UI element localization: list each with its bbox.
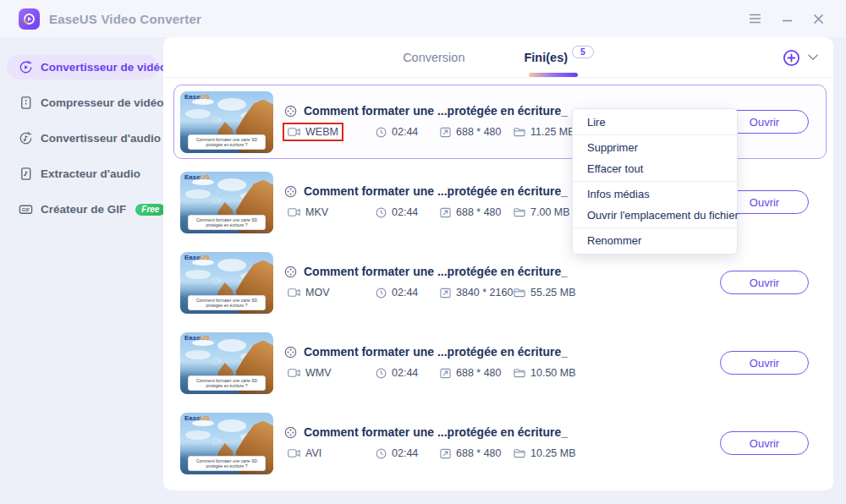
tab-conversion-label: Conversion bbox=[403, 51, 464, 64]
resolution: 688 * 480 bbox=[440, 447, 514, 459]
duration: 02:44 bbox=[376, 287, 440, 299]
watermark-icon bbox=[212, 112, 222, 127]
active-tab-underline bbox=[529, 73, 578, 77]
duration: 02:44 bbox=[376, 447, 440, 459]
chevron-down-icon[interactable] bbox=[808, 54, 818, 61]
thumbnail-brand: EaseUS bbox=[184, 255, 210, 261]
format-badge: WMV bbox=[284, 365, 376, 381]
watermark-icon bbox=[212, 192, 222, 207]
tab-conversion[interactable]: Conversion bbox=[403, 37, 464, 78]
video-meta: MKV 02:44 688 * 480 bbox=[284, 205, 570, 220]
folder-icon bbox=[514, 288, 525, 298]
app-title: EaseUS Video Converter bbox=[49, 12, 201, 26]
sidebar-item-label: Compresseur de vidéo bbox=[41, 96, 164, 109]
close-icon[interactable] bbox=[811, 12, 826, 26]
screen-icon bbox=[440, 207, 451, 218]
minimize-icon[interactable] bbox=[780, 12, 794, 25]
thumbnail-brand: EaseUS bbox=[184, 415, 210, 422]
sidebar-item-gif-creator[interactable]: GIF Créateur de GIF Free bbox=[7, 197, 158, 222]
video-camera-icon bbox=[288, 368, 300, 378]
clock-icon bbox=[376, 368, 387, 379]
folder-icon bbox=[514, 448, 525, 458]
format-badge: MKV bbox=[284, 205, 376, 220]
thumbnail-caption: Comment formater une carte SD protégée e… bbox=[188, 295, 266, 310]
watermark-icon bbox=[212, 433, 222, 448]
context-menu-item[interactable]: Supprimer bbox=[573, 137, 737, 158]
video-meta: WMV 02:44 688 * 480 bbox=[284, 365, 576, 381]
video-camera-icon bbox=[288, 288, 300, 298]
open-button[interactable]: Ouvrir bbox=[720, 271, 809, 294]
video-meta: WEBM 02:44 688 * 480 bbox=[284, 124, 575, 140]
screen-icon bbox=[440, 368, 451, 379]
folder-icon bbox=[514, 368, 525, 378]
gif-creator-icon: GIF bbox=[19, 202, 33, 216]
format-badge: AVI bbox=[284, 446, 376, 461]
thumbnail-caption: Comment formater une carte SD protégée e… bbox=[188, 215, 266, 230]
resolution: 688 * 480 bbox=[440, 126, 514, 138]
screen-icon bbox=[440, 127, 451, 138]
sidebar-item-label: Convertisseur de vidéo bbox=[41, 61, 167, 74]
clock-icon bbox=[376, 127, 387, 138]
main-panel: Conversion Fini(es) 5 EaseUS bbox=[163, 37, 833, 490]
tab-finished[interactable]: Fini(es) 5 bbox=[524, 37, 593, 78]
video-thumbnail: EaseUS Comment formater une carte SD pro… bbox=[180, 91, 273, 153]
sidebar-item-label: Convertisseur d'audio bbox=[41, 132, 161, 145]
open-button[interactable]: Ouvrir bbox=[720, 431, 809, 455]
file-size: 10.50 MB bbox=[514, 367, 576, 379]
video-row[interactable]: EaseUS Comment formater une carte SD pro… bbox=[173, 326, 827, 400]
clock-icon bbox=[376, 207, 387, 218]
video-title: Comment formater une ...protégée en écri… bbox=[304, 184, 568, 198]
duration: 02:44 bbox=[376, 126, 440, 138]
video-camera-icon bbox=[288, 127, 300, 137]
video-thumbnail: EaseUS Comment formater une carte SD pro… bbox=[180, 252, 273, 314]
file-size: 10.25 MB bbox=[514, 447, 576, 459]
video-converter-icon bbox=[19, 60, 33, 74]
tab-finished-label: Fini(es) bbox=[524, 51, 568, 64]
sidebar-item-label: Extracteur d'audio bbox=[41, 167, 140, 180]
file-size: 55.25 MB bbox=[514, 287, 576, 299]
film-reel-icon bbox=[284, 105, 297, 118]
video-info: Comment formater une ...protégée en écri… bbox=[284, 265, 576, 300]
sidebar: Convertisseur de vidéo Compresseur de vi… bbox=[0, 44, 163, 504]
video-row[interactable]: EaseUS Comment formater une carte SD pro… bbox=[173, 406, 827, 480]
menu-separator bbox=[573, 134, 737, 135]
menu-icon[interactable] bbox=[747, 12, 763, 25]
thumbnail-brand: EaseUS bbox=[184, 335, 210, 342]
main-header: Conversion Fini(es) 5 bbox=[163, 37, 833, 78]
add-controls bbox=[783, 37, 818, 78]
sidebar-item-video-compressor[interactable]: Compresseur de vidéo bbox=[7, 90, 158, 115]
thumbnail-caption: Comment formater une carte SD protégée e… bbox=[188, 456, 266, 471]
video-thumbnail: EaseUS Comment formater une carte SD pro… bbox=[180, 172, 273, 233]
film-reel-icon bbox=[284, 346, 297, 359]
context-menu-item[interactable]: Effacer tout bbox=[573, 158, 737, 179]
context-menu-item[interactable]: Infos médias bbox=[573, 184, 737, 205]
tabs: Conversion Fini(es) 5 bbox=[163, 37, 833, 78]
folder-icon bbox=[514, 127, 525, 137]
video-meta: MOV 02:44 3840 * 2160 bbox=[284, 285, 576, 300]
resolution: 3840 * 2160 bbox=[440, 287, 514, 299]
app-logo-icon bbox=[19, 8, 40, 30]
video-info: Comment formater une ...protégée en écri… bbox=[284, 184, 570, 220]
thumbnail-brand: EaseUS bbox=[184, 174, 210, 181]
sidebar-item-audio-converter[interactable]: Convertisseur d'audio bbox=[7, 126, 158, 151]
thumbnail-caption: Comment formater une carte SD protégée e… bbox=[188, 134, 266, 150]
video-row[interactable]: EaseUS Comment formater une carte SD pro… bbox=[173, 245, 827, 320]
context-menu-item[interactable]: Ouvrir l'emplacement du fichier bbox=[573, 205, 737, 226]
add-file-button[interactable] bbox=[783, 49, 800, 67]
video-thumbnail: EaseUS Comment formater une carte SD pro… bbox=[180, 413, 273, 474]
context-menu-item[interactable]: Renommer bbox=[573, 230, 737, 251]
finished-count-badge: 5 bbox=[572, 46, 594, 58]
sidebar-item-label: Créateur de GIF bbox=[41, 203, 126, 216]
video-title: Comment formater une ...protégée en écri… bbox=[304, 265, 568, 278]
open-button[interactable]: Ouvrir bbox=[720, 351, 809, 375]
video-title: Comment formater une ...protégée en écri… bbox=[304, 104, 568, 118]
video-meta: AVI 02:44 688 * 480 bbox=[284, 446, 576, 461]
thumbnail-brand: EaseUS bbox=[184, 94, 210, 101]
duration: 02:44 bbox=[376, 206, 440, 218]
context-menu: LireSupprimerEffacer toutInfos médiasOuv… bbox=[572, 108, 738, 255]
sidebar-item-audio-extractor[interactable]: Extracteur d'audio bbox=[7, 162, 158, 186]
svg-text:GIF: GIF bbox=[22, 207, 30, 212]
sidebar-item-video-converter[interactable]: Convertisseur de vidéo bbox=[7, 55, 158, 79]
video-info: Comment formater une ...protégée en écri… bbox=[284, 425, 576, 461]
context-menu-item[interactable]: Lire bbox=[573, 112, 737, 133]
